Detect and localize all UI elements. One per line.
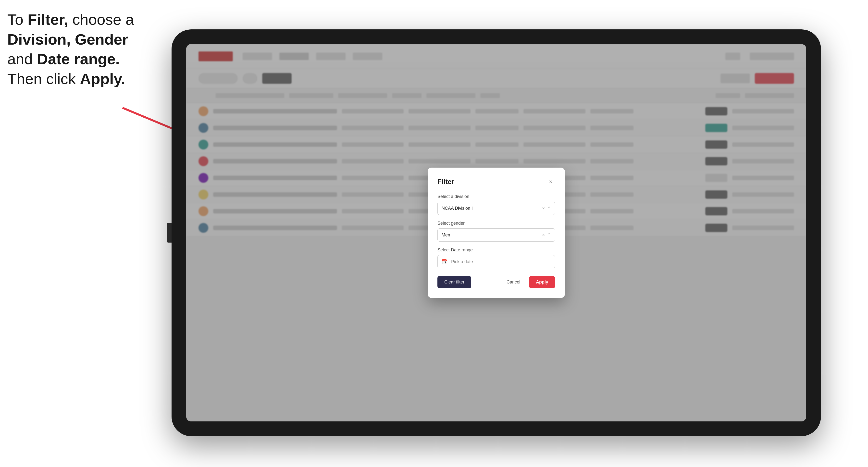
gender-chevron-icon: ⌃ — [547, 232, 551, 238]
clear-filter-button[interactable]: Clear filter — [437, 276, 471, 288]
date-form-group: Select Date range 📅 Pick a date — [437, 247, 555, 268]
instruction-line4: Then click Apply. — [7, 70, 125, 87]
date-placeholder: Pick a date — [451, 259, 473, 264]
instruction-line2: Division, Gender — [7, 31, 128, 48]
tablet-side-button — [167, 223, 172, 243]
modal-footer-right: Cancel Apply — [502, 276, 555, 288]
gender-select-controls: × ⌃ — [542, 232, 551, 238]
modal-header: Filter × — [437, 177, 555, 186]
division-select[interactable]: NCAA Division I × ⌃ — [437, 201, 555, 215]
gender-label: Select gender — [437, 221, 555, 226]
filter-modal: Filter × Select a division NCAA Division… — [428, 167, 565, 298]
tablet-frame: Filter × Select a division NCAA Division… — [172, 29, 821, 436]
gender-form-group: Select gender Men × ⌃ — [437, 221, 555, 242]
modal-overlay: Filter × Select a division NCAA Division… — [186, 44, 806, 422]
calendar-icon: 📅 — [442, 259, 448, 264]
division-select-controls: × ⌃ — [542, 206, 551, 211]
tablet-screen: Filter × Select a division NCAA Division… — [186, 44, 806, 422]
modal-title: Filter — [437, 178, 454, 186]
division-label: Select a division — [437, 194, 555, 199]
division-clear-icon[interactable]: × — [542, 206, 545, 211]
date-input[interactable]: 📅 Pick a date — [437, 255, 555, 268]
gender-select[interactable]: Men × ⌃ — [437, 228, 555, 242]
modal-footer: Clear filter Cancel Apply — [437, 276, 555, 288]
instruction-line1: To Filter, choose a — [7, 11, 134, 28]
instruction-block: To Filter, choose a Division, Gender and… — [7, 10, 150, 89]
division-selected-value: NCAA Division I — [442, 206, 473, 211]
apply-button[interactable]: Apply — [529, 276, 555, 288]
cancel-button[interactable]: Cancel — [502, 276, 525, 288]
gender-selected-value: Men — [442, 232, 450, 238]
date-label: Select Date range — [437, 247, 555, 253]
modal-close-button[interactable]: × — [546, 177, 555, 186]
division-chevron-icon: ⌃ — [547, 206, 551, 211]
division-form-group: Select a division NCAA Division I × ⌃ — [437, 194, 555, 215]
gender-clear-icon[interactable]: × — [542, 232, 545, 238]
instruction-line3: and Date range. — [7, 51, 120, 67]
